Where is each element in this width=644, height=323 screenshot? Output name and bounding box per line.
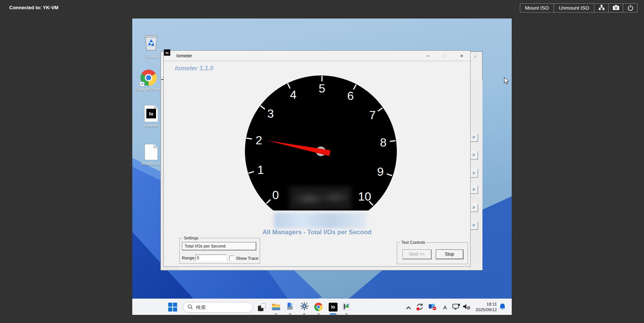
bell-icon xyxy=(499,303,506,312)
file-icon xyxy=(145,144,158,160)
power-icon xyxy=(627,4,634,12)
taskbar-settings[interactable] xyxy=(300,302,309,312)
stop-button[interactable]: Stop xyxy=(436,249,463,259)
shortcut-arrow-icon: ↗ xyxy=(140,82,145,87)
gauge-scale-label: 6 xyxy=(347,89,354,102)
gauge-scale-label: 7 xyxy=(369,108,376,122)
taskbar-toolbox-app[interactable] xyxy=(286,303,295,312)
gauge-scale-label: 10 xyxy=(358,190,371,203)
gauge-scale-label: 3 xyxy=(267,107,274,120)
tray-display-icon[interactable] xyxy=(452,304,460,311)
tray-show-hidden-icons[interactable] xyxy=(405,305,411,310)
chevron-up-icon xyxy=(406,306,411,311)
select-counter-button[interactable]: > xyxy=(469,203,478,212)
vm-screen: ごみ箱 ↗ Google Chrom Io iometer results.cs… xyxy=(132,18,512,315)
ime-mode-label: A xyxy=(443,304,447,310)
iometer-icon: Io xyxy=(144,105,158,122)
taskbar: 検索 Io xyxy=(132,299,512,315)
gauge-scale-label: 9 xyxy=(377,165,384,179)
running-app-indicator xyxy=(289,313,291,314)
inactive-close-icon[interactable]: × xyxy=(471,53,480,60)
taskbar-snipping-app[interactable] xyxy=(342,303,350,311)
gauge-scale-label: 5 xyxy=(319,82,325,95)
gear-icon xyxy=(300,302,309,312)
toolbox-icon xyxy=(286,302,294,312)
taskbar-file-explorer[interactable] xyxy=(272,303,280,312)
select-counter-button[interactable]: > xyxy=(469,151,478,159)
iometer-dial-window: Io Iometer − □ × Iometer 1.1.0 012345678… xyxy=(163,50,471,267)
ctrl-alt-del-button[interactable] xyxy=(594,3,609,13)
active-app-indicator xyxy=(330,313,336,314)
running-app-indicator xyxy=(318,313,320,314)
running-app-indicator xyxy=(275,313,277,314)
speaker-muted-icon xyxy=(463,303,471,312)
sitemap-icon xyxy=(598,4,605,11)
search-placeholder: 検索 xyxy=(196,304,206,311)
tray-ime-indicator[interactable]: A xyxy=(442,304,448,310)
desktop-icon-chrome[interactable]: ↗ Google Chrom xyxy=(135,70,162,91)
dialog-title: Iometer xyxy=(176,53,192,58)
unmount-iso-button[interactable]: Unmount ISO xyxy=(554,3,594,13)
clock-date: 2025/09/12 xyxy=(470,307,497,313)
show-trace-label: Show Trace xyxy=(236,256,259,260)
connection-label: Connected to: YK-VM xyxy=(9,5,59,10)
gauge-scale-label: 2 xyxy=(256,134,262,147)
maximize-icon[interactable]: □ xyxy=(439,51,451,60)
gauge-caption: All Managers - Total I/Os per Second xyxy=(164,229,470,236)
select-counter-button[interactable]: > xyxy=(469,185,478,194)
vpn-blocked-icon xyxy=(428,303,437,312)
gauge-scale-label: 4 xyxy=(290,88,297,102)
gauge-scale-label: 1 xyxy=(258,163,264,176)
dialog-title-bar[interactable]: Io Iometer − □ × xyxy=(164,51,470,61)
screenshot-app-icon xyxy=(342,303,350,312)
tray-network-app[interactable] xyxy=(428,303,437,312)
gauge-dial: 012345678910 xyxy=(245,75,397,211)
test-controls-group: Test Controls Next >> Stop xyxy=(397,242,468,264)
chrome-icon xyxy=(314,303,323,311)
show-trace-checkbox[interactable] xyxy=(229,256,234,260)
metric-select-button[interactable]: Total I/Os per Second xyxy=(182,242,256,250)
tray-notification-bell[interactable] xyxy=(499,303,506,311)
range-input[interactable]: 0 xyxy=(195,255,226,262)
settings-legend: Settings xyxy=(182,236,200,240)
taskbar-task-view[interactable] xyxy=(258,303,266,311)
viewer-topbar: Connected to: YK-VM Mount ISO Unmount IS… xyxy=(0,0,644,16)
taskbar-iometer-active[interactable]: Io xyxy=(326,300,340,314)
tray-volume-icon[interactable] xyxy=(462,304,471,311)
gauge-tick xyxy=(321,76,322,81)
mouse-cursor xyxy=(504,77,509,86)
settings-group: Settings Total I/Os per Second Range 0 S… xyxy=(179,238,260,264)
start-button[interactable] xyxy=(168,302,177,312)
select-counter-button[interactable]: > xyxy=(469,133,478,142)
select-counter-button[interactable]: > xyxy=(469,221,478,230)
folder-icon xyxy=(272,303,280,312)
minimize-icon[interactable]: − xyxy=(423,51,434,60)
windows-logo-icon xyxy=(168,303,177,312)
search-box[interactable]: 検索 xyxy=(183,302,253,313)
page: { "viewer": { "connection_label": "Conne… xyxy=(0,0,644,323)
blurred-value-text xyxy=(274,213,366,228)
blurred-readout xyxy=(289,186,351,210)
taskbar-chrome[interactable] xyxy=(314,303,323,311)
gauge-scale-label: 8 xyxy=(380,136,386,149)
next-button[interactable]: Next >> xyxy=(402,249,431,259)
chrome-icon: ↗ xyxy=(140,70,157,86)
sync-icon xyxy=(416,303,424,312)
viewer-toolbar: Mount ISO Unmount ISO xyxy=(520,3,638,13)
version-label: Iometer 1.1.0 xyxy=(175,65,213,72)
tray-clock[interactable]: 18:11 2025/09/12 xyxy=(470,302,497,313)
iometer-icon: Io xyxy=(329,303,338,312)
power-button[interactable] xyxy=(623,3,638,13)
tray-sync-app[interactable] xyxy=(415,303,424,312)
screenshot-button[interactable] xyxy=(608,3,623,13)
iometer-app-icon: Io xyxy=(164,50,170,56)
mount-iso-button[interactable]: Mount ISO xyxy=(520,3,554,13)
task-view-icon xyxy=(258,303,266,311)
close-icon[interactable]: × xyxy=(456,51,467,60)
camera-icon xyxy=(613,4,620,11)
select-counter-button[interactable]: > xyxy=(469,169,478,178)
running-app-indicator xyxy=(345,313,348,314)
monitor-icon xyxy=(452,303,460,312)
desktop-icon-label: Google Chrom xyxy=(135,87,162,91)
test-controls-legend: Test Controls xyxy=(400,240,426,245)
